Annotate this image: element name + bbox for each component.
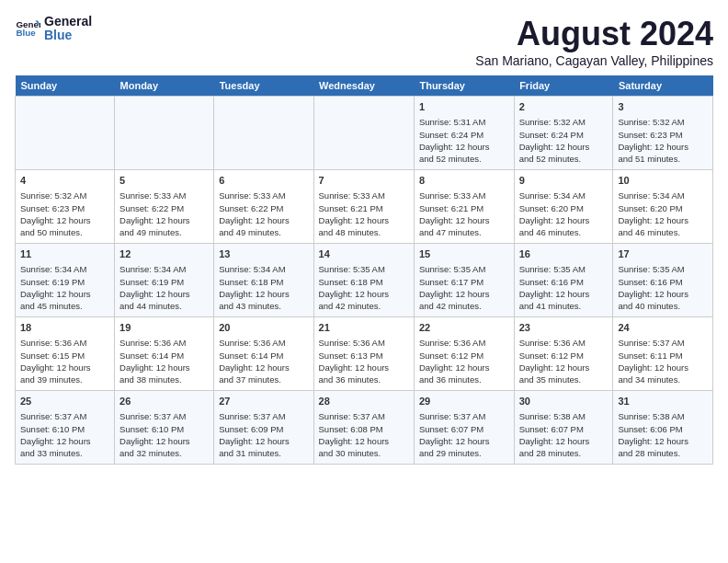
day-cell: 23Sunrise: 5:36 AMSunset: 6:12 PMDayligh… (514, 317, 613, 391)
day-info: Sunrise: 5:37 AM (119, 410, 209, 422)
day-info: Daylight: 12 hours (119, 435, 209, 447)
day-number: 25 (20, 395, 109, 408)
day-number: 10 (618, 174, 708, 188)
day-cell: 27Sunrise: 5:37 AMSunset: 6:09 PMDayligh… (214, 391, 313, 465)
day-info: Sunset: 6:14 PM (219, 350, 308, 362)
day-number: 31 (618, 395, 708, 408)
day-cell (313, 97, 414, 170)
day-info: Daylight: 12 hours (119, 214, 209, 226)
header-cell-tuesday: Tuesday (214, 75, 313, 97)
day-info: Sunset: 6:24 PM (419, 129, 509, 141)
day-info: and 38 minutes. (119, 373, 209, 385)
header-cell-saturday: Saturday (613, 75, 713, 97)
day-info: Sunset: 6:19 PM (20, 276, 109, 288)
day-info: Sunset: 6:18 PM (319, 276, 409, 288)
day-info: Sunset: 6:23 PM (618, 129, 708, 141)
day-info: Sunset: 6:10 PM (119, 423, 209, 435)
day-info: Sunrise: 5:35 AM (419, 263, 509, 275)
day-number: 5 (119, 174, 209, 188)
day-cell: 31Sunrise: 5:38 AMSunset: 6:06 PMDayligh… (613, 391, 713, 465)
day-number: 8 (419, 174, 509, 188)
day-cell: 19Sunrise: 5:36 AMSunset: 6:14 PMDayligh… (115, 317, 214, 391)
day-info: and 31 minutes. (219, 447, 308, 459)
day-info: Sunrise: 5:37 AM (20, 410, 109, 422)
day-cell: 7Sunrise: 5:33 AMSunset: 6:21 PMDaylight… (313, 170, 414, 244)
day-info: and 36 minutes. (419, 373, 509, 385)
day-info: Sunset: 6:20 PM (519, 202, 609, 214)
day-info: Daylight: 12 hours (419, 214, 509, 226)
day-info: Sunset: 6:21 PM (419, 202, 509, 214)
day-cell: 3Sunrise: 5:32 AMSunset: 6:23 PMDaylight… (613, 97, 713, 170)
day-cell: 28Sunrise: 5:37 AMSunset: 6:08 PMDayligh… (313, 391, 414, 465)
day-cell: 21Sunrise: 5:36 AMSunset: 6:13 PMDayligh… (313, 317, 414, 391)
day-info: Sunset: 6:20 PM (618, 202, 708, 214)
day-number: 21 (319, 321, 409, 335)
title-area: August 2024 San Mariano, Cagayan Valley,… (475, 15, 713, 68)
day-number: 7 (319, 174, 409, 188)
day-info: Daylight: 12 hours (319, 288, 409, 300)
day-info: Sunset: 6:10 PM (20, 423, 109, 435)
day-info: and 46 minutes. (618, 226, 708, 238)
day-info: and 44 minutes. (119, 300, 209, 312)
day-info: and 35 minutes. (519, 373, 609, 385)
day-cell: 9Sunrise: 5:34 AMSunset: 6:20 PMDaylight… (514, 170, 613, 244)
day-info: and 41 minutes. (519, 300, 609, 312)
day-info: and 52 minutes. (419, 153, 509, 165)
day-info: Daylight: 12 hours (219, 288, 308, 300)
day-cell: 30Sunrise: 5:38 AMSunset: 6:07 PMDayligh… (514, 391, 613, 465)
day-info: Sunset: 6:19 PM (119, 276, 209, 288)
day-number: 11 (20, 247, 109, 261)
day-info: Sunrise: 5:37 AM (319, 410, 409, 422)
day-info: and 28 minutes. (519, 447, 609, 459)
day-info: Sunset: 6:22 PM (219, 202, 308, 214)
day-cell: 26Sunrise: 5:37 AMSunset: 6:10 PMDayligh… (115, 391, 214, 465)
day-info: and 43 minutes. (219, 300, 308, 312)
day-cell: 4Sunrise: 5:32 AMSunset: 6:23 PMDaylight… (16, 170, 115, 244)
week-row-2: 4Sunrise: 5:32 AMSunset: 6:23 PMDaylight… (16, 170, 713, 244)
day-cell: 16Sunrise: 5:35 AMSunset: 6:16 PMDayligh… (514, 244, 613, 317)
day-info: Daylight: 12 hours (419, 288, 509, 300)
day-info: and 46 minutes. (519, 226, 609, 238)
day-info: Daylight: 12 hours (419, 141, 509, 153)
day-number: 23 (519, 321, 609, 335)
day-info: Daylight: 12 hours (618, 435, 708, 447)
day-info: and 42 minutes. (319, 300, 409, 312)
day-number: 19 (119, 321, 209, 335)
day-cell: 24Sunrise: 5:37 AMSunset: 6:11 PMDayligh… (613, 317, 713, 391)
day-info: Sunset: 6:21 PM (319, 202, 409, 214)
day-info: Sunrise: 5:37 AM (618, 337, 708, 349)
header: General Blue General Blue August 2024 Sa… (15, 15, 713, 68)
day-info: Sunrise: 5:34 AM (519, 190, 609, 201)
day-info: Sunrise: 5:33 AM (419, 190, 509, 201)
day-info: Sunrise: 5:34 AM (618, 190, 708, 201)
day-info: and 37 minutes. (219, 373, 308, 385)
day-cell: 1Sunrise: 5:31 AMSunset: 6:24 PMDaylight… (414, 97, 514, 170)
day-info: Daylight: 12 hours (618, 288, 708, 300)
day-info: Sunrise: 5:32 AM (519, 116, 609, 128)
day-cell: 17Sunrise: 5:35 AMSunset: 6:16 PMDayligh… (613, 244, 713, 317)
day-info: Sunrise: 5:34 AM (20, 263, 109, 275)
day-info: Sunrise: 5:36 AM (20, 337, 109, 349)
day-cell (115, 97, 214, 170)
calendar-table: SundayMondayTuesdayWednesdayThursdayFrid… (15, 75, 713, 465)
header-cell-wednesday: Wednesday (313, 75, 414, 97)
day-info: Sunset: 6:16 PM (618, 276, 708, 288)
day-number: 18 (20, 321, 109, 335)
day-number: 13 (219, 247, 308, 261)
day-info: Daylight: 12 hours (219, 214, 308, 226)
day-cell: 25Sunrise: 5:37 AMSunset: 6:10 PMDayligh… (16, 391, 115, 465)
day-number: 26 (119, 395, 209, 408)
day-number: 20 (219, 321, 308, 335)
day-number: 24 (618, 321, 708, 335)
week-row-3: 11Sunrise: 5:34 AMSunset: 6:19 PMDayligh… (16, 244, 713, 317)
day-info: and 51 minutes. (618, 153, 708, 165)
day-info: Sunrise: 5:34 AM (119, 263, 209, 275)
day-cell: 10Sunrise: 5:34 AMSunset: 6:20 PMDayligh… (613, 170, 713, 244)
day-cell: 11Sunrise: 5:34 AMSunset: 6:19 PMDayligh… (16, 244, 115, 317)
day-info: Daylight: 12 hours (519, 214, 609, 226)
day-info: Sunrise: 5:33 AM (219, 190, 308, 201)
day-info: Sunset: 6:18 PM (219, 276, 308, 288)
day-info: and 49 minutes. (119, 226, 209, 238)
day-cell: 22Sunrise: 5:36 AMSunset: 6:12 PMDayligh… (414, 317, 514, 391)
day-info: and 45 minutes. (20, 300, 109, 312)
